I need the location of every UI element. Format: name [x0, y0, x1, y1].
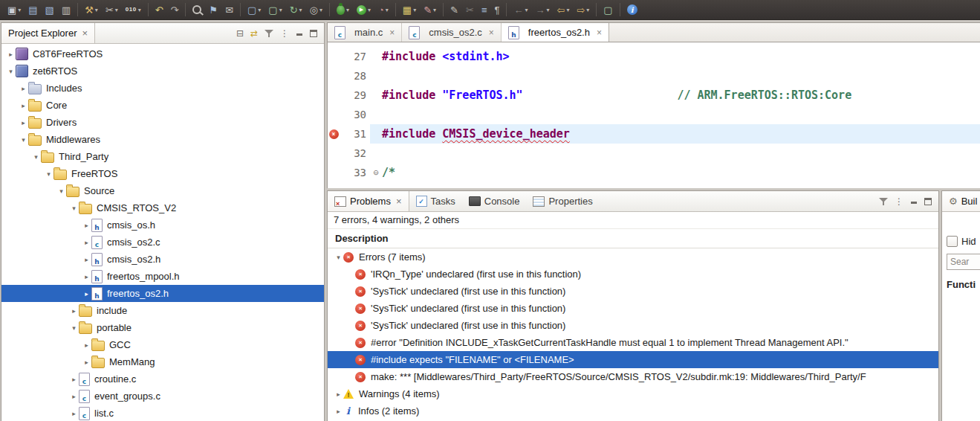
- debug-button[interactable]: ▾: [333, 2, 353, 17]
- previous-annotation-button[interactable]: ←▾: [510, 2, 531, 17]
- dropdown-caret-icon[interactable]: ▾: [18, 7, 21, 13]
- problem-group-row[interactable]: ▸iInfos (2 items): [328, 402, 938, 420]
- dropdown-caret-icon[interactable]: ▾: [95, 7, 98, 13]
- new-source-file-button[interactable]: ▢▾: [244, 2, 265, 17]
- redo-button[interactable]: ↷: [167, 2, 183, 17]
- close-view-icon[interactable]: ×: [396, 196, 402, 206]
- tab-build-analyzer[interactable]: ⚙ Buil: [942, 191, 980, 211]
- tab-project-explorer[interactable]: Project Explorer ×: [1, 23, 95, 43]
- dropdown-caret-icon[interactable]: ▾: [115, 7, 118, 13]
- filter-icon[interactable]: [265, 29, 273, 38]
- new-wizard-button[interactable]: ▣▾: [4, 2, 25, 17]
- view-menu-icon[interactable]: ⋮: [280, 29, 289, 38]
- problem-row[interactable]: ×make: *** [Middlewares/Third_Party/Free…: [328, 368, 938, 385]
- pencil-button[interactable]: ✎: [447, 2, 462, 17]
- tree-item-memmang[interactable]: ▸MemMang: [1, 353, 324, 370]
- dropdown-caret-icon[interactable]: ▾: [279, 7, 282, 13]
- dropdown-caret-icon[interactable]: ▾: [525, 7, 528, 13]
- twistie-icon[interactable]: ▸: [82, 359, 91, 366]
- last-edit-location-button[interactable]: ▢: [600, 2, 616, 17]
- new-class-button[interactable]: ▢▾: [265, 2, 285, 17]
- editor-tab-main-c[interactable]: cmain.c×: [328, 23, 402, 42]
- problem-group-row[interactable]: ▾×Errors (7 items): [328, 248, 938, 266]
- minimize-icon[interactable]: [296, 30, 303, 37]
- tree-item-zet6rtos[interactable]: ▾zet6RTOS: [1, 62, 324, 80]
- link-with-editor-icon[interactable]: ⇄: [250, 29, 258, 38]
- twistie-icon[interactable]: ▸: [82, 341, 91, 349]
- dropdown-caret-icon[interactable]: ▾: [138, 7, 141, 13]
- dropdown-caret-icon[interactable]: ▾: [258, 7, 261, 13]
- problem-row[interactable]: ×'SysTick' undeclared (first use in this…: [328, 300, 938, 317]
- open-perspective-button[interactable]: ▦▾: [399, 2, 420, 17]
- close-tab-icon[interactable]: ×: [389, 28, 395, 37]
- tree-item-third-party[interactable]: ▾Third_Party: [1, 148, 324, 165]
- twistie-icon[interactable]: ▸: [82, 239, 91, 246]
- problems-column-header-description[interactable]: Description: [328, 229, 938, 248]
- view-menu-icon[interactable]: ⋮: [895, 197, 903, 206]
- next-annotation-button[interactable]: →▾: [532, 2, 554, 17]
- tree-item-croutine-c[interactable]: ▸ccroutine.c: [1, 370, 324, 388]
- tree-item-cmsis-rtos-v2[interactable]: ▾CMSIS_RTOS_V2: [1, 199, 324, 216]
- tree-item-core[interactable]: ▸Core: [1, 97, 324, 114]
- annotate-button[interactable]: ✎▾: [420, 2, 440, 17]
- tree-item-freertos[interactable]: ▾FreeRTOS: [1, 165, 324, 182]
- tree-item-source[interactable]: ▾Source: [1, 182, 324, 199]
- tree-item-cmsis-os2-h[interactable]: ▸hcmsis_os2.h: [1, 251, 324, 268]
- editor-tab-freertos-os2-h[interactable]: hfreertos_os2.h×: [502, 23, 609, 42]
- twistie-icon[interactable]: ▾: [334, 254, 343, 261]
- close-tab-icon[interactable]: ×: [597, 28, 602, 37]
- error-marker-icon[interactable]: ×: [329, 129, 339, 139]
- tree-item-cmsis-os2-c[interactable]: ▸ccmsis_os2.c: [1, 234, 324, 251]
- profile-button[interactable]: ◔▾: [374, 2, 392, 17]
- code-editor[interactable]: 27#include <stdint.h>2829#include "FreeR…: [327, 42, 980, 188]
- dropdown-caret-icon[interactable]: ▾: [547, 7, 550, 13]
- filter-icon[interactable]: [879, 197, 888, 206]
- twistie-icon[interactable]: ▸: [334, 408, 343, 415]
- dropdown-caret-icon[interactable]: ▾: [299, 7, 302, 13]
- tree-item-cmsis-os-h[interactable]: ▸hcmsis_os.h: [1, 216, 324, 234]
- outline-button[interactable]: ≡: [478, 2, 491, 17]
- knife-tool-button[interactable]: ✂▾: [102, 2, 122, 17]
- twistie-icon[interactable]: ▸: [82, 273, 91, 280]
- build-button[interactable]: ⚒▾: [81, 2, 102, 17]
- info-button[interactable]: i: [623, 2, 641, 17]
- save-button[interactable]: ▤: [25, 2, 41, 17]
- editor-tab-cmsis-os2-c[interactable]: ccmsis_os2.c×: [402, 23, 502, 42]
- forward-button[interactable]: ⇨▾: [573, 2, 593, 17]
- tree-item-freertos-os2-h[interactable]: ▸hfreertos_os2.h: [1, 285, 324, 302]
- twistie-icon[interactable]: ▸: [82, 290, 91, 298]
- tree-item-middlewares[interactable]: ▾Middlewares: [1, 131, 324, 148]
- twistie-icon[interactable]: ▸: [69, 376, 79, 383]
- problem-row[interactable]: ×'SysTick' undeclared (first use in this…: [328, 283, 938, 300]
- maximize-icon[interactable]: [310, 30, 317, 37]
- hide-checkbox[interactable]: [947, 236, 958, 247]
- search-button[interactable]: [189, 2, 205, 17]
- problem-row[interactable]: ×'SysTick' undeclared (first use in this…: [328, 317, 938, 334]
- show-whitespace-button[interactable]: ¶: [491, 2, 504, 17]
- twistie-icon[interactable]: ▾: [31, 153, 41, 161]
- tree-item-includes[interactable]: ▸Includes: [1, 80, 324, 97]
- dropdown-caret-icon[interactable]: ▾: [368, 7, 371, 13]
- undo-button[interactable]: ↶: [152, 2, 167, 17]
- tree-item-freertos-mpool-h[interactable]: ▸hfreertos_mpool.h: [1, 268, 324, 285]
- dropdown-caret-icon[interactable]: ▾: [413, 7, 416, 13]
- tree-item-drivers[interactable]: ▸Drivers: [1, 114, 324, 131]
- twistie-icon[interactable]: ▸: [19, 119, 28, 126]
- tab-tasks[interactable]: ✓Tasks: [409, 191, 462, 211]
- tab-properties[interactable]: Properties: [526, 191, 599, 211]
- dropdown-caret-icon[interactable]: ▾: [586, 7, 589, 13]
- binary-file-button[interactable]: 010▾: [122, 2, 145, 17]
- fold-marker-icon[interactable]: ⊖: [370, 163, 382, 182]
- problem-row[interactable]: ×#error "Definition INCLUDE_xTaskGetCurr…: [328, 334, 938, 351]
- tree-item-c8t6freertos[interactable]: ▸C8T6FreeRTOS: [1, 45, 324, 62]
- tree-item-list-c[interactable]: ▸clist.c: [1, 405, 324, 421]
- twistie-icon[interactable]: ▸: [69, 307, 79, 315]
- tab-console[interactable]: Console: [462, 191, 527, 211]
- dropdown-caret-icon[interactable]: ▾: [566, 7, 569, 13]
- task-mail-button[interactable]: ✉: [221, 2, 237, 17]
- problem-row[interactable]: ×'IRQn_Type' undeclared (first use in th…: [328, 266, 938, 283]
- twistie-icon[interactable]: ▸: [82, 256, 91, 263]
- twistie-icon[interactable]: ▾: [69, 324, 79, 332]
- dropdown-caret-icon[interactable]: ▾: [433, 7, 436, 13]
- search-input[interactable]: [947, 254, 980, 270]
